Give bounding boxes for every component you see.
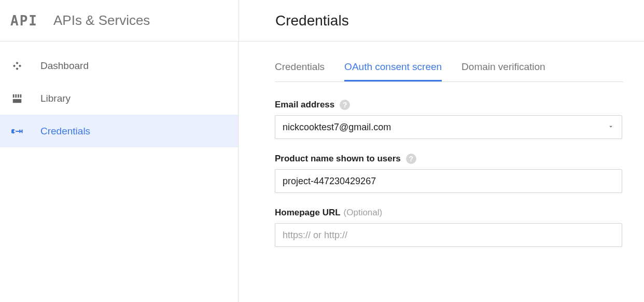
sidebar-item-label: Library [40,93,71,104]
homepage-url-label: Homepage URL [275,208,341,218]
svg-rect-1 [13,64,16,67]
tab-domain-verification[interactable]: Domain verification [461,56,545,81]
homepage-url-group: Homepage URL (Optional) [275,208,622,247]
email-label: Email address [275,100,334,110]
homepage-url-input[interactable] [275,223,622,247]
api-logo: API [10,13,38,29]
dashboard-icon [11,60,40,72]
svg-rect-3 [16,67,18,70]
sidebar-item-dashboard[interactable]: Dashboard [0,49,238,82]
sidebar: Dashboard Library Credentials [0,42,239,302]
page-title: Credentials [275,12,349,29]
sidebar-item-label: Credentials [40,126,90,137]
optional-label: (Optional) [344,208,383,218]
tabs: Credentials OAuth consent screen Domain … [275,56,623,82]
topbar: API APIs & Services Credentials [0,0,644,42]
help-icon[interactable]: ? [340,100,350,110]
chevron-down-icon [607,122,614,133]
library-icon [11,93,40,104]
svg-rect-8 [13,99,22,102]
svg-rect-2 [19,64,21,67]
svg-rect-0 [16,61,18,64]
tab-credentials[interactable]: Credentials [275,56,325,81]
sidebar-item-library[interactable]: Library [0,82,238,115]
tab-oauth-consent[interactable]: OAuth consent screen [344,56,442,81]
product-name-group: Product name shown to users ? [275,154,622,193]
email-group: Email address ? nickcooktest7@gmail.com [275,100,622,139]
key-icon [11,125,40,138]
email-value: nickcooktest7@gmail.com [283,122,391,133]
svg-rect-4 [13,94,15,97]
product-name-label: Product name shown to users [275,154,401,164]
sidebar-item-label: Dashboard [40,60,89,72]
svg-rect-5 [15,94,17,97]
svg-rect-6 [18,94,19,97]
help-icon[interactable]: ? [406,154,416,164]
email-select[interactable]: nickcooktest7@gmail.com [275,115,622,139]
sidebar-item-credentials[interactable]: Credentials [0,115,238,147]
section-title: APIs & Services [53,12,150,29]
main-content: Credentials OAuth consent screen Domain … [239,42,644,302]
product-name-input[interactable] [275,169,622,193]
svg-rect-7 [20,94,22,97]
